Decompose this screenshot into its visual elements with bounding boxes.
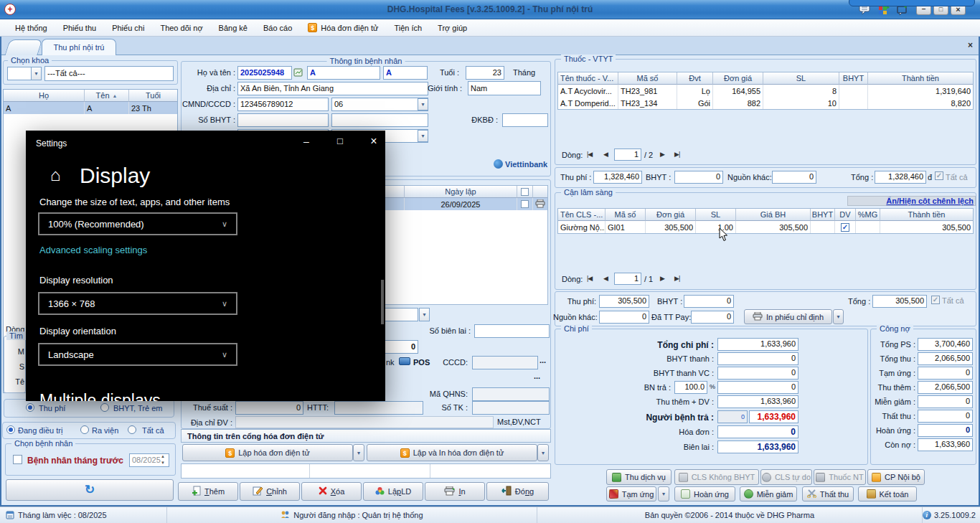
receipt-row-checkbox[interactable] (521, 200, 529, 208)
cccd-field[interactable] (472, 356, 538, 369)
drugs-header[interactable]: Tên thuốc - V... Mã số Đvt Đơn giá SL BH… (558, 72, 973, 85)
make-einvoice-dropdown[interactable]: ▾ (353, 444, 364, 461)
make-print-einvoice-button[interactable]: Lập và In hóa đơn điện tử (367, 444, 537, 461)
drugs-tong-field[interactable]: 1,328,460 (875, 171, 926, 184)
month-spinner-down-icon[interactable]: ▼ (161, 461, 165, 465)
cls-thu-field[interactable]: 305,500 (599, 295, 649, 308)
nguoi-benh-tra-field[interactable]: 1,633,960 (749, 410, 798, 423)
drugs-nav-next[interactable]: ▶ (660, 151, 664, 158)
print-order-dropdown[interactable]: ▾ (833, 309, 844, 324)
advanced-scaling-link[interactable]: Advanced scaling settings (39, 245, 147, 255)
menu-phieu-thu[interactable]: Phiếu thu (55, 24, 104, 32)
con-no-field[interactable]: 1,633,960 (918, 438, 973, 451)
cls-header[interactable]: Tên CLS -... Mã số Đơn giá SL Giá BH BHY… (558, 209, 973, 221)
patient-code-field[interactable]: 2025025948 (237, 66, 292, 80)
bhyt-thanh-vc-field[interactable]: 0 (717, 367, 798, 380)
prev-month-checkbox[interactable] (13, 455, 22, 464)
drug-row[interactable]: A.T Domperid... TH23_134 Gói 882 10 8,82… (558, 97, 973, 109)
bn-tra-field[interactable]: 0 (717, 381, 798, 394)
tat-ca-label[interactable]: Tất cả (142, 426, 164, 435)
cls-dv-checkbox[interactable]: ✓ (841, 223, 849, 232)
dkbd-field[interactable] (502, 113, 548, 127)
thu-them-field[interactable]: 2,066,500 (918, 381, 973, 394)
make-einvoice-button[interactable]: Lập hóa đơn điện tử (182, 444, 353, 461)
nguoi-benh-tra-aux-field[interactable]: 0 (717, 410, 748, 423)
cls-khac-field[interactable]: 0 (599, 311, 649, 324)
thu-them-dv-field[interactable]: 1,633,960 (717, 395, 798, 408)
cls-bhyt-field[interactable]: 0 (684, 295, 734, 308)
mien-giam-field[interactable]: 0 (918, 395, 973, 408)
id-type-field[interactable]: 06 (331, 98, 428, 111)
receipt-no-field[interactable] (474, 324, 550, 338)
month-spinner-up-icon[interactable]: ▲ (161, 454, 165, 458)
refresh-button[interactable]: ↻ (6, 479, 174, 501)
cls-nav-next[interactable]: ▶ (660, 275, 664, 282)
thu-phi-radio-label[interactable]: Thu phí (39, 404, 65, 413)
thuoc-nt-button[interactable]: Thuốc NT (814, 469, 866, 485)
ket-toan-button[interactable]: Kết toán (858, 486, 917, 501)
cls-tong-field[interactable]: 305,500 (872, 295, 927, 308)
prev-month-label[interactable]: Bệnh nhân tháng trước (27, 456, 123, 466)
settings-restore-button[interactable]: □ (329, 136, 351, 146)
ra-vien-radio[interactable] (80, 425, 89, 434)
tam-ung-dropdown[interactable]: ▾ (658, 486, 669, 501)
cls-khong-bhyt-button[interactable]: CLS Không BHYT (674, 469, 759, 485)
sex-field[interactable]: Nam (468, 81, 541, 95)
dv-addr-field[interactable] (235, 416, 494, 428)
resolution-dropdown[interactable]: 1366 × 768 ∨ (38, 292, 237, 315)
settings-window[interactable]: Settings – □ × ⌂ Display Change the size… (26, 131, 385, 401)
bien-lai-field[interactable]: 1,633,960 (717, 440, 798, 453)
cls-diff-link[interactable]: Ẩn/Hiện cột chênh lệch (847, 196, 976, 206)
cccd-browse-button[interactable]: ... (540, 356, 546, 364)
hoan-ung-button[interactable]: Hoàn ứng (674, 486, 735, 501)
chinh-button[interactable]: Chỉnh (240, 482, 300, 501)
date-dropdown-arrow[interactable]: ▾ (419, 308, 430, 321)
dang-dieu-tri-radio[interactable] (6, 425, 15, 434)
bhyt-treem-radio[interactable] (100, 403, 109, 412)
cls-page-field[interactable]: 1 (614, 273, 641, 285)
lapld-button[interactable]: LậpLD (363, 482, 423, 501)
cls-tu-do-button[interactable]: CLS tự do (760, 469, 812, 485)
dong-button[interactable]: Đóng (486, 482, 549, 501)
xoa-button[interactable]: Xóa (301, 482, 362, 501)
drugs-nav-prev[interactable]: ◀ (603, 151, 608, 158)
tab-close-icon[interactable]: × (968, 40, 973, 50)
ra-vien-label[interactable]: Ra viện (92, 426, 118, 435)
tab-blank[interactable] (4, 39, 42, 55)
receipt-header-checkbox[interactable] (521, 188, 529, 196)
id-field[interactable]: 123456789012 (237, 98, 329, 111)
drugs-thu-field[interactable]: 1,328,460 (593, 171, 642, 184)
patient-list-header[interactable]: Họ Tên▲ Tuổi (4, 90, 177, 102)
address-field[interactable]: Xã An Biên, Tỉnh An Giang (237, 82, 428, 95)
menu-tien-ich[interactable]: Tiện ích (386, 24, 430, 32)
drugs-nav-last[interactable]: ▶| (674, 151, 679, 158)
cls-nav-first[interactable]: |◀ (587, 275, 592, 282)
cls-all-checkbox[interactable]: ✓ (931, 296, 940, 304)
tam-ung-button[interactable]: Tạm ứng (606, 486, 656, 501)
bn-tra-pct-field[interactable]: 100.0 (674, 381, 707, 394)
menu-tro-giup[interactable]: Trợ giúp (430, 24, 475, 32)
in-button[interactable]: In (425, 482, 485, 501)
make-print-einvoice-dropdown[interactable]: ▾ (537, 444, 549, 461)
drug-row[interactable]: A.T Acyclovir... TH23_981 Lọ 164,955 8 1… (558, 85, 973, 97)
cls-nav-last[interactable]: ▶| (674, 275, 679, 282)
cp-noi-bo-button[interactable]: CP Nội bộ (867, 469, 925, 485)
tat-ca-radio[interactable] (128, 425, 136, 434)
age-field[interactable]: 23 (466, 66, 504, 80)
that-thu-field[interactable]: 0 (918, 410, 973, 423)
menu-hoa-don-dien-tu[interactable]: Hóa đơn điện tử (300, 23, 386, 32)
bhyt-field[interactable] (237, 113, 329, 127)
orientation-dropdown[interactable]: Landscape ∨ (38, 343, 237, 366)
drugs-khac-field[interactable]: 0 (772, 171, 816, 184)
settings-scrollbar[interactable] (381, 280, 384, 324)
that-thu-button[interactable]: Thất thu (802, 486, 854, 501)
patient-row[interactable]: A A 23 Th (4, 102, 177, 114)
settings-minimize-button[interactable]: – (296, 136, 317, 147)
mien-giam-button[interactable]: Miễn giảm (740, 486, 797, 501)
bhyt2-field[interactable] (331, 113, 428, 127)
scale-dropdown[interactable]: 100% (Recommended) ∨ (38, 212, 237, 235)
tong-ps-field[interactable]: 3,700,460 (918, 338, 973, 351)
thue-field[interactable]: 0 (235, 401, 303, 415)
thu-phi-radio[interactable] (26, 403, 34, 412)
cls-tt-field[interactable]: 0 (691, 311, 734, 324)
